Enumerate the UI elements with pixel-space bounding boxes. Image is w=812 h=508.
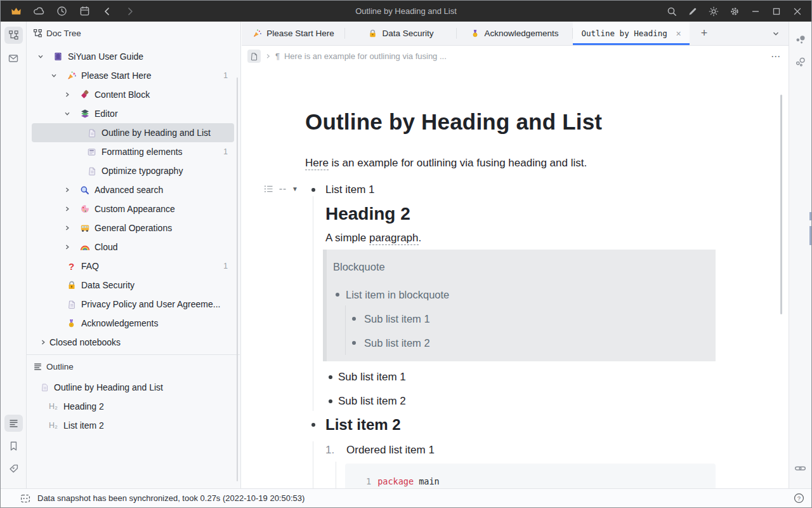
doctree-item-siyuan-user-guide[interactable]: SiYuan User Guide	[32, 47, 234, 66]
lock-icon	[66, 280, 77, 290]
list-item-gutter-icon[interactable]	[279, 188, 286, 190]
doctree-item-optimize-typography[interactable]: Optimize typography	[32, 161, 234, 180]
blockquote-sub-item[interactable]: Sub list item 2	[352, 336, 430, 351]
minimize-icon[interactable]	[745, 1, 766, 22]
list-gutter-icon[interactable]	[264, 185, 273, 193]
sub-list-item-1[interactable]: Sub list item 1	[329, 370, 406, 385]
tab-please-start-here[interactable]: Please Start Here	[242, 22, 345, 45]
snapshot-icon	[20, 493, 31, 504]
nav-forward-icon[interactable]	[121, 3, 139, 20]
tag-icon[interactable]	[4, 460, 23, 478]
nav-back-icon[interactable]	[98, 3, 116, 20]
global-graph-icon[interactable]	[792, 54, 809, 70]
blockquote-list-item[interactable]: List item in blockquote	[336, 288, 449, 302]
code-line-number: 1	[366, 476, 371, 486]
list-item-2-heading[interactable]: List item 2	[311, 415, 401, 435]
doctree-item-advanced-search[interactable]: Advanced search	[32, 180, 234, 199]
intro-paragraph[interactable]: Here is an example for outlining via fus…	[305, 156, 587, 171]
left-dock-bottom	[1, 410, 26, 483]
chevron-right-icon[interactable]	[60, 244, 74, 250]
simple-paragraph[interactable]: A simple paragraph.	[325, 231, 421, 246]
document-icon	[39, 383, 50, 392]
chevron-right-icon[interactable]	[60, 206, 74, 212]
outline-dock-icon[interactable]	[4, 415, 23, 432]
backlinks-icon[interactable]	[792, 460, 809, 476]
doctree-item-editor[interactable]: Editor	[32, 104, 234, 123]
code-block[interactable]: 1package main	[345, 464, 716, 488]
chevron-right-icon[interactable]	[40, 339, 46, 345]
maximize-icon[interactable]	[766, 1, 787, 22]
doc-tree-dock-icon[interactable]	[4, 27, 23, 44]
doctree-item-acknowledgements[interactable]: Acknowledgements	[32, 314, 234, 333]
doctree-item-label: Closed notebooks	[49, 337, 234, 347]
doctree-item-label: Outline by Heading and List	[102, 128, 234, 138]
outline-icon	[33, 362, 43, 371]
daily-note-calendar-icon[interactable]	[75, 3, 93, 20]
status-message: Data snapshot has been synchronized, too…	[37, 493, 304, 503]
tab-close-icon[interactable]: ×	[676, 29, 681, 39]
doctree-item-formatting-elements[interactable]: Formatting elements 1	[32, 142, 234, 161]
editor-content[interactable]: Outline by Heading and List Here is an e…	[242, 67, 789, 488]
tab-acknowledgements[interactable]: Acknowledgements	[457, 22, 573, 45]
help-icon[interactable]: ?	[793, 492, 805, 504]
graph-view-icon[interactable]	[792, 32, 809, 48]
close-icon[interactable]	[787, 1, 808, 22]
doctree-item-content-block[interactable]: Content Block	[32, 85, 234, 104]
block-ref-link[interactable]: paragraph	[369, 232, 419, 245]
right-dock-top	[789, 27, 811, 76]
doctree-item-outline-by-heading-and-list[interactable]: Outline by Heading and List	[32, 123, 234, 142]
blockquote[interactable]: Blockquote List item in blockquote Sub l…	[323, 250, 716, 361]
breadcrumb-text[interactable]: Here is an example for outlining via fus…	[284, 51, 447, 61]
breadcrumb-doc-icon[interactable]	[247, 50, 261, 63]
outline-item-document[interactable]: Outline by Heading and List	[27, 378, 240, 397]
editor-scrollbar[interactable]	[780, 95, 782, 314]
workspace-crown-icon[interactable]	[7, 3, 25, 20]
doctree-item-faq[interactable]: ? FAQ 1	[32, 257, 234, 276]
doctree-item-label: Advanced search	[95, 185, 234, 195]
doc-tree-scrollbar[interactable]	[237, 77, 238, 481]
outline-item-heading-2[interactable]: H₂ Heading 2	[27, 397, 240, 416]
doctree-item-general-operations[interactable]: General Operations	[32, 218, 234, 237]
sub-list-item-2[interactable]: Sub list item 2	[329, 394, 406, 409]
edge-indicator	[809, 226, 811, 245]
outline-item-label: Outline by Heading and List	[54, 382, 163, 392]
new-tab-button[interactable]: +	[690, 22, 719, 45]
tab-outline-by-heading-and-list[interactable]: Outline by Heading and List ×	[573, 22, 690, 45]
tab-data-security[interactable]: Data Security	[345, 22, 457, 45]
doctree-item-data-security[interactable]: Data Security	[32, 276, 234, 295]
outline-item-list-item-2[interactable]: H₂ List item 2	[27, 416, 240, 435]
doc-title[interactable]: Outline by Heading and List	[305, 107, 602, 137]
tab-list-chevron-icon[interactable]	[763, 22, 789, 45]
blockquote-sub-item[interactable]: Sub list item 1	[352, 312, 430, 326]
chevron-right-icon[interactable]	[60, 91, 74, 98]
chevron-right-icon[interactable]	[60, 187, 74, 193]
doctree-item-cloud[interactable]: Cloud	[32, 237, 234, 257]
history-icon[interactable]	[53, 3, 70, 20]
doctree-item-privacy-policy[interactable]: Privacy Policy and User Agreeme...	[32, 295, 234, 314]
collapse-arrow-icon[interactable]: ▼	[292, 185, 298, 192]
chevron-down-icon[interactable]	[60, 110, 74, 117]
tab-label: Please Start Here	[266, 29, 334, 38]
heading-2[interactable]: Heading 2	[325, 203, 410, 225]
paragraph-mark: ¶	[275, 51, 280, 61]
block-ref-link[interactable]: Here	[305, 157, 329, 170]
inbox-icon[interactable]	[4, 50, 23, 67]
chevron-down-icon[interactable]	[34, 53, 48, 60]
doctree-item-please-start-here[interactable]: Please Start Here 1	[32, 66, 234, 85]
bookmark-icon[interactable]	[4, 438, 23, 455]
doctree-item-custom-appearance[interactable]: Custom Appearance	[32, 199, 234, 218]
settings-gear-icon[interactable]	[724, 1, 745, 22]
edit-pencil-icon[interactable]	[682, 1, 703, 22]
ordered-list-item-1[interactable]: 1. Ordered list item 1	[325, 443, 435, 458]
sync-cloud-icon[interactable]	[30, 3, 48, 20]
doctree-item-closed-notebooks[interactable]: Closed notebooks	[32, 333, 234, 352]
doctree-item-label: General Operations	[95, 223, 234, 233]
theme-sun-icon[interactable]	[703, 1, 724, 22]
more-menu-icon[interactable]: ⋯	[771, 51, 781, 62]
doc-tree-icon	[33, 29, 43, 38]
search-icon[interactable]	[661, 1, 682, 22]
chevron-down-icon[interactable]	[47, 72, 61, 79]
list-item-1[interactable]: List item 1	[311, 182, 374, 197]
bus-icon	[79, 223, 90, 233]
chevron-right-icon[interactable]	[60, 225, 74, 231]
